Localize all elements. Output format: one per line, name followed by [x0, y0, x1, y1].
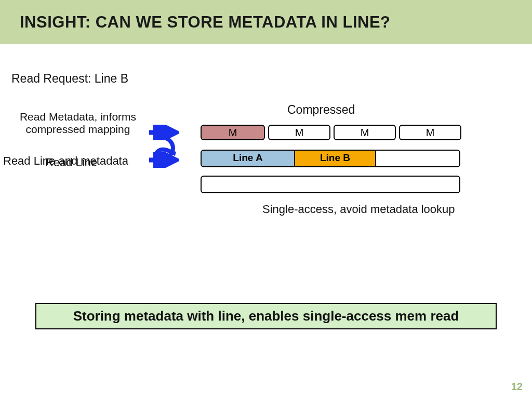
metadata-row: M M M M: [201, 125, 461, 140]
read-request-label: Read Request: Line B: [11, 72, 128, 86]
page-title: INSIGHT: CAN WE STORE METADATA IN LINE?: [20, 13, 391, 32]
conclusion-text: Storing metadata with line, enables sing…: [73, 308, 459, 324]
meta-box-2: M: [334, 125, 396, 140]
meta-box-0: M: [201, 125, 265, 140]
arrow-to-line-icon: [148, 152, 179, 168]
conclusion-box: Storing metadata with line, enables sing…: [35, 303, 497, 329]
title-bar: INSIGHT: CAN WE STORE METADATA IN LINE?: [0, 0, 532, 44]
empty-line-row: [201, 176, 460, 193]
step-read-metadata: Read Metadata, informs compressed mappin…: [10, 111, 145, 136]
compressed-label: Compressed: [287, 103, 355, 117]
line-row: Line A Line B: [201, 150, 460, 167]
meta-box-1: M: [268, 125, 330, 140]
meta-box-3: M: [399, 125, 461, 140]
line-a-box: Line A: [202, 151, 295, 166]
single-access-label: Single-access, avoid metadata lookup: [262, 203, 455, 216]
step-read-line: Read Line: [45, 156, 97, 169]
page-number: 12: [511, 381, 523, 393]
line-b-box: Line B: [295, 151, 376, 166]
